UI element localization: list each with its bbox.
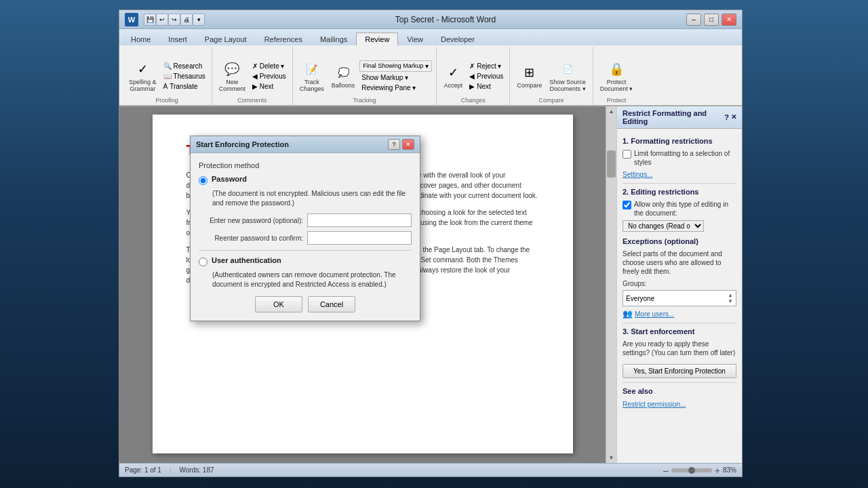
modal-divider	[199, 250, 412, 251]
ribbon-group-tracking: 📝 TrackChanges 💭 Balloons Final Showing …	[293, 47, 437, 105]
translate-icon: A	[163, 83, 168, 90]
ribbon-tabs: Home Insert Page Layout References Maili…	[119, 29, 742, 45]
tab-insert[interactable]: Insert	[159, 32, 196, 45]
user-auth-radio-desc: (Authenticated owners can remove documen…	[212, 270, 412, 289]
show-source-btn[interactable]: 📄 Show SourceDocuments ▾	[547, 58, 589, 94]
protect-group-label: Protect	[593, 97, 640, 104]
balloons-btn[interactable]: 💭 Balloons	[329, 62, 358, 90]
page-count: Page: 1 of 1	[125, 466, 161, 474]
minimize-button[interactable]: –	[686, 14, 701, 26]
delete-comment-btn[interactable]: ✗ Delete ▾	[250, 62, 288, 70]
modal-footer: OK Cancel	[199, 296, 412, 312]
scroll-up-arrow[interactable]: ▲	[609, 106, 614, 117]
print-qa-btn[interactable]: 🖨	[180, 14, 193, 26]
show-markup-btn[interactable]: Show Markup ▾	[359, 73, 432, 82]
user-auth-radio-row: User authentication	[199, 256, 412, 266]
tab-review[interactable]: Review	[356, 33, 398, 46]
previous-comment-btn[interactable]: ◀ Previous	[250, 72, 288, 81]
maximize-button[interactable]: □	[704, 14, 719, 26]
panel-help-icon[interactable]: ?	[724, 113, 729, 121]
ok-button[interactable]: OK	[255, 296, 302, 312]
ribbon: ✓ Spelling &Grammar 🔍 Research 📖 Thesaur…	[119, 45, 742, 106]
translate-btn[interactable]: A Translate	[161, 82, 208, 91]
prev-change-icon: ◀	[469, 73, 475, 80]
protect-document-btn[interactable]: 🔒 ProtectDocument ▾	[597, 58, 636, 94]
panel-close-btn[interactable]: ✕	[731, 113, 736, 121]
panel-header: Restrict Formatting and Editing ? ✕	[617, 106, 742, 129]
start-enforcement-btn[interactable]: Yes, Start Enforcing Protection	[623, 364, 736, 378]
compare-items: ⊞ Compare 📄 Show SourceDocuments ▾	[514, 48, 589, 104]
editing-checkbox-row: Allow only this type of editing in the d…	[623, 200, 736, 218]
scroll-track[interactable]	[606, 117, 616, 453]
tab-developer[interactable]: Developer	[432, 32, 484, 45]
modal-section-title: Protection method	[199, 161, 412, 169]
new-password-input[interactable]	[307, 214, 412, 227]
zoom-plus-btn[interactable]: +	[715, 465, 720, 476]
thesaurus-btn[interactable]: 📖 Thesaurus	[161, 72, 208, 81]
more-users-row: 👥 More users...	[623, 309, 736, 319]
modal-close-btn[interactable]: ✕	[402, 139, 414, 150]
undo-qa-btn[interactable]: ↩	[156, 14, 168, 26]
spelling-label: Spelling &Grammar	[129, 79, 157, 92]
enforcement-description: Are you ready to apply these settings? (…	[623, 340, 736, 357]
comments-group-label: Comments	[212, 97, 292, 104]
close-button[interactable]: ✕	[722, 14, 736, 26]
protect-label: ProtectDocument ▾	[600, 79, 633, 92]
user-auth-radio[interactable]	[199, 258, 208, 266]
spelling-grammar-btn[interactable]: ✓ Spelling &Grammar	[126, 58, 159, 94]
restrict-permission-link[interactable]: Restrict permission...	[623, 401, 686, 408]
track-changes-btn[interactable]: 📝 TrackChanges	[297, 58, 327, 94]
proofing-items: ✓ Spelling &Grammar 🔍 Research 📖 Thesaur…	[126, 48, 208, 104]
tab-page-layout[interactable]: Page Layout	[196, 32, 256, 45]
previous-change-btn[interactable]: ◀ Previous	[467, 72, 505, 81]
editing-checkbox[interactable]	[623, 201, 631, 209]
protect-icon: 🔒	[607, 60, 626, 79]
groups-up-arrow[interactable]: ▲	[728, 292, 733, 298]
vertical-scrollbar[interactable]: ▲ ▼	[606, 106, 616, 463]
groups-arrows: ▲ ▼	[728, 292, 733, 304]
formatting-checkbox[interactable]	[623, 150, 631, 159]
confirm-password-input[interactable]	[307, 231, 412, 245]
tab-view[interactable]: View	[398, 32, 432, 45]
accept-label: Accept	[444, 82, 463, 89]
research-btn[interactable]: 🔍 Research	[161, 62, 208, 70]
panel-divider-1	[623, 183, 736, 184]
more-users-icon: 👥	[623, 309, 633, 319]
compare-group-label: Compare	[510, 97, 593, 104]
markup-label: Final Showing Markup	[363, 62, 423, 69]
more-users-link[interactable]: More users...	[635, 310, 674, 318]
tab-mailings[interactable]: Mailings	[311, 32, 356, 45]
next-comment-btn[interactable]: ▶ Next	[250, 82, 288, 91]
accept-btn[interactable]: ✓ Accept	[441, 62, 465, 90]
groups-down-arrow[interactable]: ▼	[728, 298, 733, 304]
comments-items: 💬 NewComment ✗ Delete ▾ ◀ Previous ▶ Nex…	[216, 48, 288, 104]
modal-help-btn[interactable]: ?	[388, 139, 400, 150]
new-comment-btn[interactable]: 💬 NewComment	[216, 58, 248, 94]
next-change-btn[interactable]: ▶ Next	[467, 82, 505, 91]
modal-title-bar: Start Enforcing Protection ? ✕	[191, 136, 420, 153]
reject-btn[interactable]: ✗ Reject ▾	[467, 62, 505, 70]
redo-qa-btn[interactable]: ↪	[168, 14, 180, 26]
previous-comment-icon: ◀	[252, 73, 258, 80]
editing-type-select[interactable]: No changes (Read only)	[623, 220, 704, 232]
settings-link[interactable]: Settings...	[623, 171, 652, 178]
zoom-minus-btn[interactable]: –	[663, 465, 669, 476]
cancel-button[interactable]: Cancel	[308, 296, 355, 312]
customize-qa-btn[interactable]: ▾	[193, 14, 205, 26]
thesaurus-icon: 📖	[163, 73, 172, 80]
password-radio[interactable]	[199, 176, 208, 185]
save-qa-btn[interactable]: 💾	[144, 14, 156, 26]
thesaurus-label: Thesaurus	[174, 73, 205, 80]
tab-references[interactable]: References	[256, 32, 311, 45]
editing-select-row: No changes (Read only)	[623, 220, 736, 232]
scroll-down-arrow[interactable]: ▼	[609, 453, 614, 463]
see-also-label: See also	[623, 387, 736, 395]
tab-home[interactable]: Home	[122, 32, 159, 45]
scroll-thumb[interactable]	[607, 150, 616, 178]
changes-group-label: Changes	[437, 97, 509, 104]
compare-btn[interactable]: ⊞ Compare	[514, 62, 545, 90]
markup-dropdown-btn[interactable]: Final Showing Markup ▾	[359, 60, 432, 72]
reviewing-pane-btn[interactable]: Reviewing Pane ▾	[359, 83, 432, 92]
zoom-slider[interactable]	[671, 468, 712, 472]
right-panel: Restrict Formatting and Editing ? ✕ 1. F…	[616, 106, 742, 463]
